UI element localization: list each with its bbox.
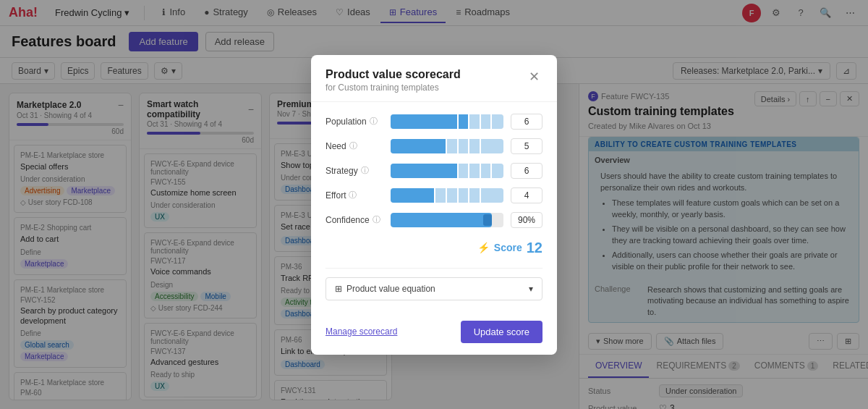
score-value: 12 [527,240,542,256]
score-row-effort: Effort ⓘ [326,187,542,203]
info-icon-strategy[interactable]: ⓘ [361,165,369,176]
info-icon-need[interactable]: ⓘ [349,140,357,151]
modal-score-total: ⚡ Score 12 [326,237,542,265]
score-bar-need [391,139,503,153]
modal-overlay[interactable]: Product value scorecard for Custom train… [0,0,868,409]
scorecard-modal: Product value scorecard for Custom train… [311,55,557,355]
score-bar-strategy [391,164,503,178]
modal-close-button[interactable]: ✕ [525,68,542,85]
modal-subtitle: for Custom training templates [326,83,461,93]
update-score-button[interactable]: Update score [461,321,542,343]
score-label-confidence: Confidence ⓘ [326,214,383,225]
score-row-need: Need ⓘ [326,138,542,154]
score-input-effort[interactable] [511,187,542,203]
score-label-population: Population ⓘ [326,116,383,127]
score-label-effort: Effort ⓘ [326,190,383,201]
modal-body: Population ⓘ [311,102,557,312]
score-row-confidence: Confidence ⓘ [326,212,542,228]
info-icon-effort[interactable]: ⓘ [349,190,357,201]
score-row-strategy: Strategy ⓘ [326,163,542,179]
score-bar-population [391,114,503,129]
confidence-handle[interactable] [483,214,492,226]
modal-footer: Manage scorecard Update score [311,312,557,355]
score-row-population: Population ⓘ [326,114,542,130]
info-icon-population[interactable]: ⓘ [370,116,378,127]
score-input-confidence[interactable] [511,212,542,228]
manage-scorecard-link[interactable]: Manage scorecard [326,326,397,337]
score-input-population[interactable] [511,114,542,130]
modal-header: Product value scorecard for Custom train… [311,55,557,102]
score-bar-effort [391,188,503,203]
score-label-need: Need ⓘ [326,140,383,151]
modal-title: Product value scorecard [326,68,461,81]
equation-label: Product value equation [346,284,435,294]
score-input-strategy[interactable] [511,163,542,179]
modal-divider [326,268,542,269]
equation-chevron-icon: ▾ [529,284,533,294]
info-icon-confidence[interactable]: ⓘ [373,214,380,225]
score-label-strategy: Strategy ⓘ [326,165,383,176]
score-lightning-icon: ⚡ [477,242,490,253]
score-bar-confidence[interactable] [391,213,503,227]
score-label: Score [494,242,522,253]
equation-dropdown[interactable]: ⊞ Product value equation ▾ [326,277,542,300]
score-input-need[interactable] [511,138,542,154]
equation-grid-icon: ⊞ [335,284,342,294]
